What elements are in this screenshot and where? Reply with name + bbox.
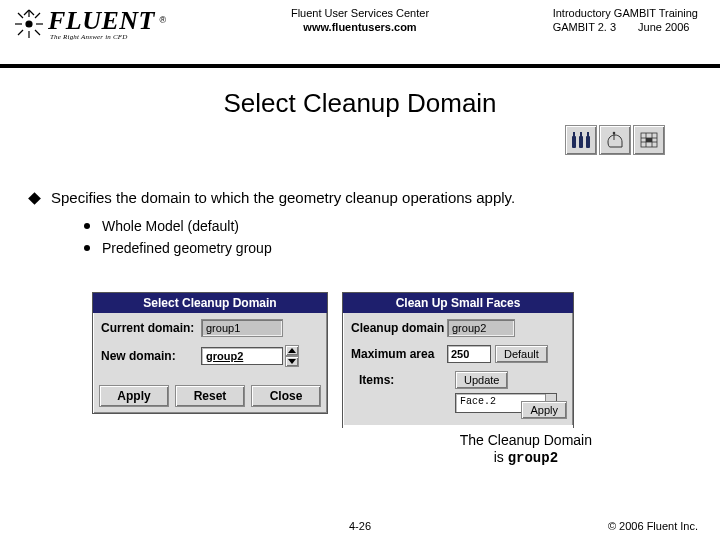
bullet-sub-1: Whole Model (default) (102, 218, 239, 234)
callout-line1: The Cleanup Domain (460, 432, 592, 449)
svg-rect-13 (579, 136, 583, 148)
slide-footer: 4-26 © 2006 Fluent Inc. (0, 520, 720, 532)
dialog-b-cutoff (343, 425, 573, 429)
callout-line2-value: group2 (508, 450, 558, 466)
header-center-line1: Fluent User Services Center (291, 6, 429, 20)
dialog-b-maxarea-label: Maximum area (351, 347, 447, 361)
bullet-main: Specifies the domain to which the geomet… (51, 189, 515, 206)
fluent-sun-icon (14, 9, 44, 39)
dialog-a-title: Select Cleanup Domain (93, 293, 327, 313)
slide-title: Select Cleanup Domain (0, 88, 720, 119)
svg-rect-14 (580, 132, 582, 136)
dialog-b-domain-label: Cleanup domain (351, 321, 447, 335)
stepper-down-icon[interactable] (285, 356, 299, 367)
grid-select-icon[interactable] (633, 125, 665, 155)
hand-point-icon[interactable] (599, 125, 631, 155)
dialog-a-apply-button[interactable]: Apply (99, 385, 169, 407)
dialog-b-items-label: Items: (359, 371, 455, 387)
header-right-date: June 2006 (638, 20, 689, 34)
page-number: 4-26 (349, 520, 371, 532)
svg-rect-12 (573, 132, 575, 136)
bullet-sub-2: Predefined geometry group (102, 240, 272, 256)
dialog-a-current-value: group1 (201, 319, 283, 337)
dialog-b-update-button[interactable]: Update (455, 371, 508, 389)
dialog-cleanup-small-faces: Clean Up Small Faces Cleanup domain grou… (342, 292, 574, 428)
bullet-dot (84, 223, 90, 229)
svg-line-6 (35, 30, 40, 35)
svg-line-9 (24, 10, 29, 15)
dialog-a-reset-button[interactable]: Reset (175, 385, 245, 407)
dialog-b-domain-value: group2 (447, 319, 515, 337)
dialog-a-new-label: New domain: (101, 349, 201, 363)
logo-wordmark: FLUENT (48, 6, 155, 35)
svg-rect-23 (646, 138, 652, 142)
logo-registered: ® (159, 15, 166, 25)
dialog-b-apply-button[interactable]: Apply (521, 401, 567, 419)
stepper-up-icon[interactable] (285, 345, 299, 356)
header-right-version: GAMBIT 2. 3 (553, 20, 616, 34)
copyright: © 2006 Fluent Inc. (608, 520, 698, 532)
logo-tagline: The Right Answer in CFD (50, 33, 166, 41)
dialog-a-current-label: Current domain: (101, 321, 201, 335)
bullet-diamond (28, 192, 41, 205)
svg-rect-11 (572, 136, 576, 148)
fluent-logo: FLUENT ® The Right Answer in CFD (14, 6, 166, 41)
svg-point-17 (613, 132, 616, 135)
callout-line2-pre: is (494, 449, 508, 465)
header-right: Introductory GAMBIT Training GAMBIT 2. 3… (553, 6, 698, 34)
dialog-b-list-item[interactable]: Face.2 (460, 396, 496, 412)
header-center: Fluent User Services Center www.fluentus… (291, 6, 429, 34)
bullets: Specifies the domain to which the geomet… (30, 189, 720, 256)
dialog-a-close-button[interactable]: Close (251, 385, 321, 407)
svg-rect-15 (586, 136, 590, 148)
bullet-dot (84, 245, 90, 251)
svg-line-7 (35, 13, 40, 18)
slide-header: FLUENT ® The Right Answer in CFD Fluent … (0, 0, 720, 68)
header-right-line1: Introductory GAMBIT Training (553, 6, 698, 20)
callout: The Cleanup Domain is group2 (460, 432, 592, 467)
toolbar-icon-row (565, 125, 665, 155)
svg-line-5 (18, 13, 23, 18)
svg-line-10 (29, 10, 34, 15)
dialog-b-title: Clean Up Small Faces (343, 293, 573, 313)
dialog-select-cleanup-domain: Select Cleanup Domain Current domain: gr… (92, 292, 328, 414)
svg-rect-16 (587, 132, 589, 136)
dialog-b-maxarea-input[interactable]: 250 (447, 345, 491, 363)
dialog-a-stepper[interactable] (285, 345, 299, 367)
dialog-b-default-button[interactable]: Default (495, 345, 548, 363)
svg-point-0 (26, 21, 32, 27)
header-center-line2: www.fluentusers.com (291, 20, 429, 34)
dialog-a-new-domain-input[interactable]: group2 (201, 347, 283, 365)
bottles-icon[interactable] (565, 125, 597, 155)
svg-line-8 (18, 30, 23, 35)
svg-marker-24 (288, 348, 296, 353)
svg-marker-25 (288, 359, 296, 364)
